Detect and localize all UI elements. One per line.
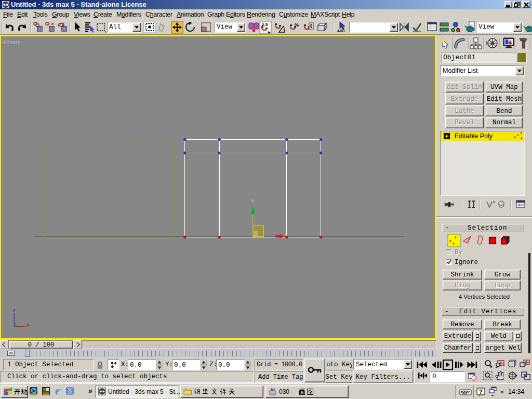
svg-text:y: y xyxy=(251,198,255,204)
svg-text:z: z xyxy=(12,308,16,314)
svg-text:%: % xyxy=(295,22,299,28)
svg-text:ABC: ABC xyxy=(337,29,345,33)
svg-text:x: x xyxy=(26,323,30,328)
svg-text:x: x xyxy=(285,231,287,236)
svg-text:e: e xyxy=(55,387,59,396)
svg-text:?: ? xyxy=(479,389,483,395)
